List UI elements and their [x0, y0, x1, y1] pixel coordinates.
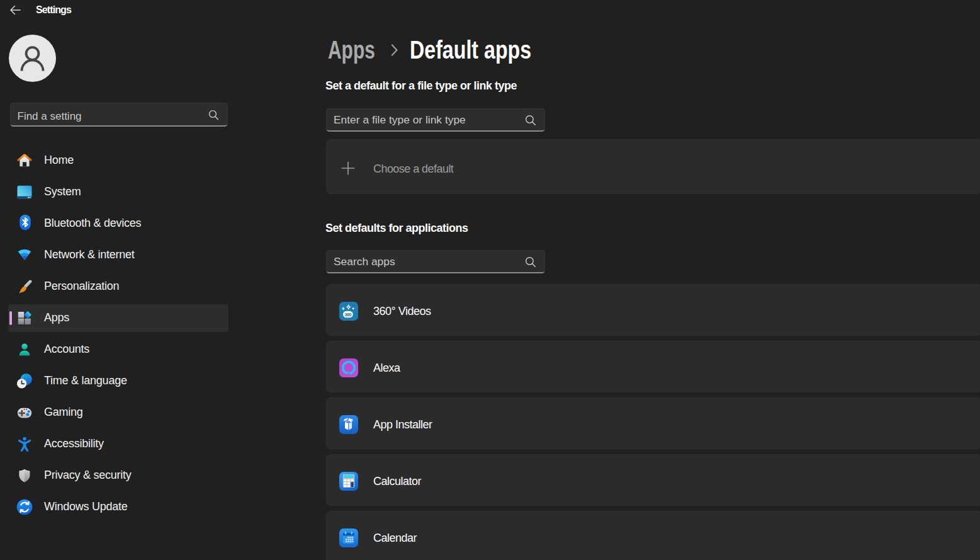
svg-text:360: 360 [345, 312, 352, 317]
